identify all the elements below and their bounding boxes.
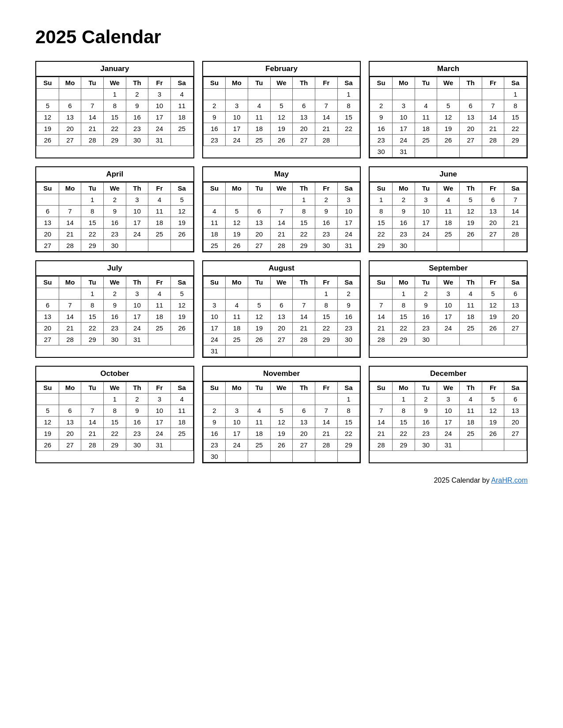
table-row: 232425262728 <box>203 135 360 146</box>
day-cell: 3 <box>437 394 460 405</box>
day-cell: 3 <box>226 405 248 417</box>
day-header-sa: Sa <box>337 382 360 394</box>
day-cell <box>270 89 293 100</box>
day-cell: 21 <box>315 428 337 439</box>
day-cell: 20 <box>504 311 527 323</box>
day-cell: 5 <box>482 288 504 300</box>
day-cell: 10 <box>415 206 437 217</box>
day-cell: 26 <box>270 135 293 146</box>
day-header-th: Th <box>293 277 315 288</box>
day-cell <box>482 334 504 345</box>
month-table-march: SuMoTuWeThFrSa12345678910111213141516171… <box>370 77 527 158</box>
table-row: 2930 <box>370 240 527 251</box>
table-row: 12 <box>203 288 360 300</box>
day-cell: 31 <box>148 135 171 146</box>
day-cell: 15 <box>504 112 527 123</box>
day-cell: 17 <box>337 217 360 229</box>
day-header-su: Su <box>203 183 226 194</box>
day-cell: 20 <box>37 323 59 334</box>
table-row: 282930 <box>370 334 527 345</box>
month-title-october: October <box>36 367 193 382</box>
day-cell: 29 <box>81 240 104 251</box>
day-cell: 9 <box>315 206 337 217</box>
day-header-mo: Mo <box>392 382 415 394</box>
day-cell: 23 <box>415 428 437 439</box>
footer-link[interactable]: AraHR.com <box>491 477 528 484</box>
day-cell: 1 <box>103 89 126 100</box>
day-cell <box>170 135 193 146</box>
day-cell: 30 <box>415 439 437 451</box>
day-cell: 9 <box>415 300 437 311</box>
day-cell <box>459 240 482 251</box>
day-cell: 25 <box>148 229 171 240</box>
month-title-march: March <box>370 62 527 77</box>
day-header-sa: Sa <box>504 277 527 288</box>
day-cell: 4 <box>248 100 270 112</box>
table-row: 12131415161718 <box>37 417 193 428</box>
day-cell: 3 <box>226 100 248 112</box>
day-header-fr: Fr <box>482 183 504 194</box>
day-cell: 21 <box>81 123 104 135</box>
day-header-mo: Mo <box>392 183 415 194</box>
day-cell: 25 <box>248 135 270 146</box>
day-header-fr: Fr <box>315 77 337 89</box>
day-cell: 28 <box>59 240 81 251</box>
day-cell: 4 <box>203 206 226 217</box>
day-cell: 16 <box>415 311 437 323</box>
day-header-su: Su <box>203 277 226 288</box>
day-header-we: We <box>437 277 460 288</box>
table-row: 2345678 <box>203 100 360 112</box>
day-cell: 1 <box>293 194 315 206</box>
day-cell: 14 <box>293 311 315 323</box>
day-cell: 30 <box>370 146 393 158</box>
day-cell <box>203 194 226 206</box>
day-cell: 19 <box>248 323 270 334</box>
day-cell: 5 <box>170 194 193 206</box>
day-cell: 29 <box>103 135 126 146</box>
day-cell: 4 <box>415 100 437 112</box>
day-cell: 26 <box>226 240 248 251</box>
day-cell: 10 <box>337 206 360 217</box>
month-block-august: AugustSuMoTuWeThFrSa12345678910111213141… <box>202 260 361 358</box>
day-cell: 10 <box>148 100 171 112</box>
day-cell: 15 <box>392 311 415 323</box>
day-cell: 23 <box>415 323 437 334</box>
day-cell: 14 <box>81 417 104 428</box>
day-cell <box>226 194 248 206</box>
day-header-su: Su <box>37 277 59 288</box>
table-row: 13141516171819 <box>37 217 193 229</box>
day-header-su: Su <box>370 183 393 194</box>
day-cell: 13 <box>504 405 527 417</box>
month-table-may: SuMoTuWeThFrSa12345678910111213141516171… <box>203 182 360 251</box>
day-cell: 29 <box>103 439 126 451</box>
day-header-tu: Tu <box>248 183 270 194</box>
day-cell: 27 <box>459 135 482 146</box>
day-cell: 7 <box>370 405 393 417</box>
day-cell <box>270 345 293 357</box>
table-row: 9101112131415 <box>370 112 527 123</box>
day-cell: 20 <box>59 123 81 135</box>
month-title-january: January <box>36 62 193 77</box>
day-header-su: Su <box>37 382 59 394</box>
month-title-july: July <box>36 261 193 276</box>
day-header-tu: Tu <box>415 77 437 89</box>
table-row: 14151617181920 <box>370 311 527 323</box>
day-cell: 13 <box>482 206 504 217</box>
day-cell: 18 <box>148 217 171 229</box>
day-cell <box>148 240 171 251</box>
table-row: 2345678 <box>203 405 360 417</box>
day-cell: 6 <box>459 100 482 112</box>
day-cell <box>459 334 482 345</box>
day-cell: 9 <box>415 405 437 417</box>
day-cell: 3 <box>437 288 460 300</box>
day-cell <box>270 451 293 462</box>
day-cell: 18 <box>459 417 482 428</box>
table-row: 12131415161718 <box>37 112 193 123</box>
day-cell: 20 <box>482 217 504 229</box>
day-cell: 17 <box>415 217 437 229</box>
day-cell: 28 <box>81 439 104 451</box>
table-row: 891011121314 <box>370 206 527 217</box>
day-cell: 16 <box>126 112 148 123</box>
day-cell: 14 <box>59 217 81 229</box>
table-row: 9101112131415 <box>203 417 360 428</box>
